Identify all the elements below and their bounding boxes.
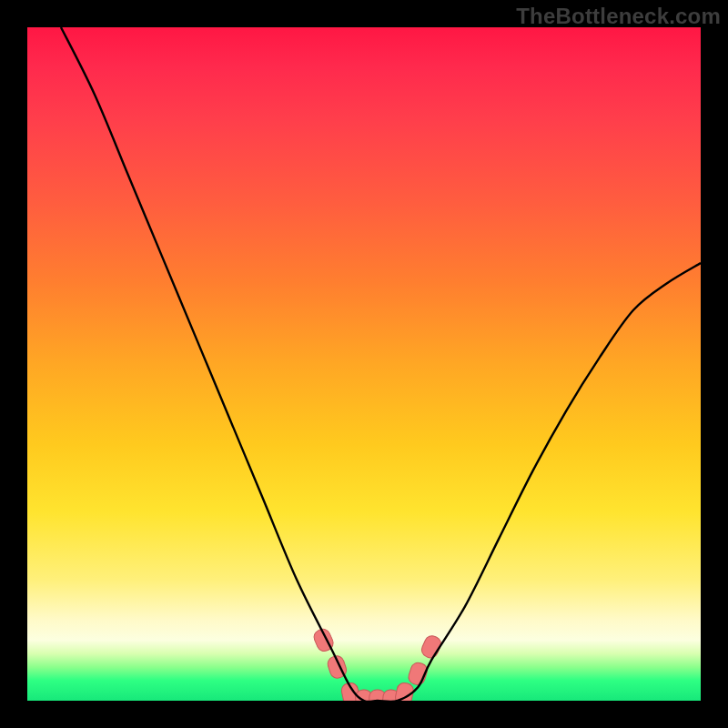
valley-marker-group <box>311 627 443 701</box>
bottleneck-curve-layer <box>27 27 701 701</box>
bottleneck-curve <box>61 27 701 701</box>
plot-area <box>27 27 701 701</box>
watermark-text: TheBottleneck.com <box>516 4 721 29</box>
